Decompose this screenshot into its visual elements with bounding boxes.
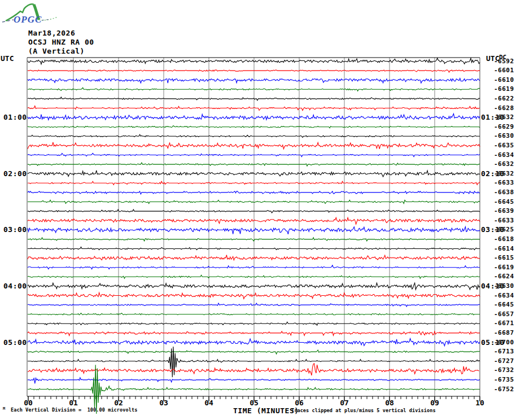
helicorder-plot xyxy=(0,0,525,420)
dc-offset-value: -6630 xyxy=(494,133,514,139)
dc-offset-value: -6638 xyxy=(494,189,514,195)
dc-offset-value: -6592 xyxy=(494,58,514,64)
dc-offset-value: -6629 xyxy=(494,124,514,130)
dc-offset-value: -6634 xyxy=(494,152,514,158)
row-start-time: 05:00 xyxy=(3,339,27,346)
dc-offset-value: -6610 xyxy=(494,77,514,83)
dc-offset-value: -6735 xyxy=(494,377,514,383)
x-tick-label: 07 xyxy=(340,399,349,406)
x-tick-label: 08 xyxy=(385,399,394,406)
dc-offset-value: -6732 xyxy=(494,367,514,373)
helicorder-page: OPGC Mar18,2026 OCSJ HNZ RA 00 (A Vertic… xyxy=(0,0,525,420)
x-tick-label: 00 xyxy=(24,399,33,406)
dc-offset-value: -6632 xyxy=(494,170,514,177)
dc-offset-value: -6687 xyxy=(494,330,514,336)
x-tick-label: 01 xyxy=(69,399,78,406)
clip-note: Traces clipped at plus/minus 5 vertical … xyxy=(291,408,436,413)
dc-offset-value: -6634 xyxy=(494,292,514,299)
x-tick-label: 09 xyxy=(430,399,439,406)
dc-offset-value: -6752 xyxy=(494,386,514,392)
division-note: Each Vertical Division = 100.00 microvol… xyxy=(11,408,137,413)
dc-offset-value: -6628 xyxy=(494,105,514,111)
dc-offset-value: -6635 xyxy=(494,142,514,148)
dc-offset-value: -6618 xyxy=(494,236,514,242)
dc-offset-value: -6633 xyxy=(494,217,514,224)
dc-offset-value: -6619 xyxy=(494,264,514,270)
dc-offset-value: -6625 xyxy=(494,226,514,233)
dc-offset-value: -6671 xyxy=(494,320,514,326)
dc-offset-value: -6657 xyxy=(494,311,514,317)
dc-offset-value: -6700 xyxy=(494,339,514,345)
dc-offset-value: -6633 xyxy=(494,180,514,186)
dc-offset-value: -6630 xyxy=(494,283,514,289)
dc-offset-value: -6624 xyxy=(494,273,514,279)
dc-offset-value: -6645 xyxy=(494,199,514,205)
x-tick-label: 05 xyxy=(250,399,259,406)
dc-offset-value: -6713 xyxy=(494,348,514,355)
dc-offset-value: -6645 xyxy=(494,301,514,308)
dc-offset-value: -6601 xyxy=(494,67,514,73)
dc-offset-value: -6639 xyxy=(494,208,514,214)
x-tick-label: 06 xyxy=(295,399,304,406)
dc-offset-value: -6632 xyxy=(494,161,514,167)
dc-offset-value: -6619 xyxy=(494,86,514,92)
row-start-time: 01:00 xyxy=(3,113,27,121)
corner-mark: M xyxy=(3,407,5,411)
dc-offset-value: -6727 xyxy=(494,358,514,364)
x-tick-label: 04 xyxy=(204,399,213,406)
x-tick-label: 02 xyxy=(114,399,123,406)
row-start-time: 02:00 xyxy=(3,170,27,177)
row-start-time: 04:00 xyxy=(3,282,27,290)
x-axis-title: TIME (MINUTES) xyxy=(233,407,299,414)
dc-offset-value: -6632 xyxy=(494,114,514,120)
dc-offset-value: -6622 xyxy=(494,95,514,102)
dc-offset-value: -6615 xyxy=(494,255,514,261)
x-tick-label: 03 xyxy=(159,399,168,406)
row-start-time: 03:00 xyxy=(3,226,27,233)
dc-offset-value: -6614 xyxy=(494,246,514,252)
x-tick-label: 10 xyxy=(475,399,484,406)
